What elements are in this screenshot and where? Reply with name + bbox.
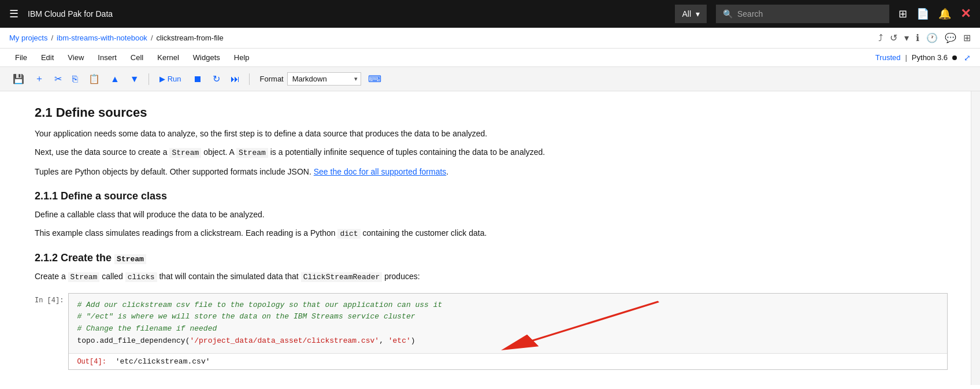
app-title: IBM Cloud Pak for Data xyxy=(28,9,666,18)
section-heading-2-1: 2.1 Define sources xyxy=(35,105,948,120)
cut-cell-button[interactable]: ✂ xyxy=(51,71,65,87)
run-button[interactable]: ▶ Run xyxy=(155,72,186,86)
markdown-cell-1: 2.1 Define sources Your application need… xyxy=(35,105,948,284)
stop-button[interactable]: ⏹ xyxy=(190,72,206,87)
p6-pre: Create a xyxy=(35,272,68,281)
menu-cell[interactable]: Cell xyxy=(125,51,149,64)
breadcrumb-current: clickstream-from-file xyxy=(157,34,224,42)
breadcrumb-bar: My projects / ibm-streams-with-notebook … xyxy=(0,28,980,49)
paragraph-2: Next, use the data source to create a St… xyxy=(35,146,948,160)
p2-post: is a potentially infinite sequence of tu… xyxy=(268,147,545,157)
search-box[interactable]: 🔍 xyxy=(716,5,889,23)
menubar: File Edit View Insert Cell Kernel Widget… xyxy=(0,49,980,67)
code-cell-4: In [4]: # Add our clickstream csv file t… xyxy=(35,293,948,370)
p6-mid2: that will contain the simulated data tha… xyxy=(157,272,301,281)
document-icon[interactable]: 📄 xyxy=(916,8,929,20)
p5-post: containing the customer click data. xyxy=(361,228,487,238)
paste-cell-button[interactable]: 📋 xyxy=(85,71,103,87)
code-line-2: # "/ect" is where we will store the data… xyxy=(77,311,939,323)
divider-2 xyxy=(249,73,250,85)
menu-file[interactable]: File xyxy=(9,51,33,64)
filter-label: All xyxy=(682,9,691,18)
close-icon[interactable]: ✕ xyxy=(960,6,971,21)
breadcrumb-sep-2: / xyxy=(151,34,153,42)
cell-number-4: In [4]: xyxy=(35,293,68,305)
menu-widgets[interactable]: Widgets xyxy=(187,51,226,64)
save-button[interactable]: 💾 xyxy=(9,71,28,87)
search-input[interactable] xyxy=(737,9,882,18)
p6-post: produces: xyxy=(382,272,420,281)
p6-code2: clicks xyxy=(125,272,157,282)
p6-code3: ClickStreamReader xyxy=(301,272,383,282)
toolbar: 💾 ＋ ✂ ⎘ 📋 ▲ ▼ ▶ Run ⏹ ↻ ⏭ Format Markdow… xyxy=(0,67,980,91)
doc-link[interactable]: See the doc for all supported formats xyxy=(314,167,447,176)
menu-help[interactable]: Help xyxy=(228,51,255,64)
menu-icon[interactable]: ☰ xyxy=(9,8,18,20)
section-heading-2-1-1: 2.1.1 Define a source class xyxy=(35,190,948,202)
filter-dropdown[interactable]: All ▾ xyxy=(675,5,707,23)
move-down-button[interactable]: ▼ xyxy=(127,72,143,87)
run-icon: ▶ xyxy=(159,75,165,83)
time-icon[interactable]: 🕐 xyxy=(926,32,938,43)
add-cell-button[interactable]: ＋ xyxy=(31,71,47,87)
layout-icon[interactable]: ⊞ xyxy=(963,32,971,43)
breadcrumb-projects[interactable]: My projects xyxy=(9,34,47,42)
expand-icon[interactable]: ⤢ xyxy=(964,53,971,62)
breadcrumb-notebook-parent[interactable]: ibm-streams-with-notebook xyxy=(57,34,147,42)
comment-1: # Add our clickstream csv file to the to… xyxy=(77,301,442,309)
menu-view[interactable]: View xyxy=(62,51,90,64)
comment-icon[interactable]: 💬 xyxy=(945,32,956,43)
chevron-down-icon[interactable]: ▾ xyxy=(904,32,909,43)
p5-code: dict xyxy=(337,229,360,239)
info-icon[interactable]: ℹ xyxy=(916,32,919,43)
p6-mid: called xyxy=(99,272,125,281)
format-label: Format xyxy=(260,75,284,83)
breadcrumb-sep-1: / xyxy=(51,34,53,42)
divider-1 xyxy=(149,73,149,85)
comma: , xyxy=(379,336,388,345)
paragraph-5: This example class simulates readings fr… xyxy=(35,227,948,240)
right-sidebar xyxy=(971,91,980,385)
code-line-1: # Add our clickstream csv file to the to… xyxy=(77,299,939,312)
p3-pre: Tuples are Python objects by default. Ot… xyxy=(35,167,314,176)
move-up-button[interactable]: ▲ xyxy=(107,72,123,87)
share-icon[interactable]: ⤴ xyxy=(878,33,883,43)
notebook-area: 2.1 Define sources Your application need… xyxy=(0,91,971,385)
code-line-4: topo.add_file_dependency('/project_data/… xyxy=(77,335,939,347)
separator: | xyxy=(905,53,907,62)
copy-cell-button[interactable]: ⎘ xyxy=(69,72,81,87)
apps-icon[interactable]: ⊞ xyxy=(899,8,907,20)
paragraph-1: Your application needs some data to anal… xyxy=(35,127,948,140)
code-output: Out[4]: 'etc/clickstream.csv' xyxy=(69,354,947,369)
main-content: 2.1 Define sources Your application need… xyxy=(0,91,980,385)
keyboard-shortcut-button[interactable]: ⌨ xyxy=(365,71,385,87)
p3-post: . xyxy=(446,167,448,176)
p5-pre: This example class simulates readings fr… xyxy=(35,228,337,238)
fast-forward-button[interactable]: ⏭ xyxy=(227,72,243,87)
search-icon: 🔍 xyxy=(723,9,733,18)
code-line-3: # Change the filename if needed xyxy=(77,323,939,335)
topbar-actions: ⊞ 📄 🔔 ✕ xyxy=(899,6,971,21)
code-input-area[interactable]: # Add our clickstream csv file to the to… xyxy=(68,293,948,370)
comment-2: # "/ect" is where we will store the data… xyxy=(77,312,415,321)
string-1: '/project_data/data_asset/clickstream.cs… xyxy=(190,336,379,345)
paragraph-4: Define a callable class that will produc… xyxy=(35,208,948,221)
annotation-area: In [4]: # Add our clickstream csv file t… xyxy=(35,293,948,370)
close-paren: ) xyxy=(411,336,415,345)
p6-code1: Stream xyxy=(68,272,100,282)
history-icon[interactable]: ↺ xyxy=(890,32,897,43)
format-select[interactable]: Markdown Code Raw NBConvert Heading xyxy=(287,72,361,86)
menu-insert[interactable]: Insert xyxy=(92,51,122,64)
h3-2-pre: 2.1.2 Create the xyxy=(35,252,114,264)
comment-3: # Change the filename if needed xyxy=(77,324,217,333)
code-lines: # Add our clickstream csv file to the to… xyxy=(69,294,947,354)
menu-kernel[interactable]: Kernel xyxy=(151,51,185,64)
kernel-info: Python 3.6 xyxy=(912,53,948,62)
notification-icon[interactable]: 🔔 xyxy=(938,8,951,20)
chevron-down-icon: ▾ xyxy=(696,9,700,18)
format-select-wrapper: Markdown Code Raw NBConvert Heading xyxy=(287,72,361,86)
restart-button[interactable]: ↻ xyxy=(209,71,224,87)
run-label: Run xyxy=(168,75,181,83)
output-label: Out[4]: xyxy=(77,358,106,366)
menu-edit[interactable]: Edit xyxy=(35,51,60,64)
